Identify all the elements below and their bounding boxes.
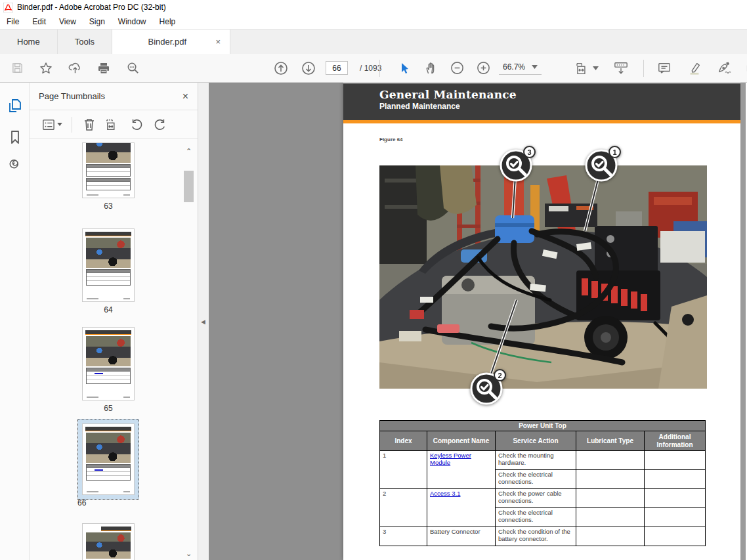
figure-label: Figure 64 bbox=[379, 137, 403, 142]
thumbnail-image[interactable] bbox=[83, 229, 134, 301]
print-icon[interactable] bbox=[93, 58, 114, 79]
cell-lubricant-type bbox=[576, 508, 645, 527]
thumbnail-page-number: 63 bbox=[83, 202, 134, 211]
cell-index: 3 bbox=[380, 527, 427, 546]
rotate-counterclockwise-icon[interactable] bbox=[126, 114, 147, 135]
thumbnail-image[interactable] bbox=[83, 143, 134, 198]
chevron-down-icon bbox=[57, 123, 62, 126]
panel-scrollbar[interactable]: ⌃ ⌄ bbox=[183, 142, 194, 560]
page-thumbnails-icon[interactable] bbox=[7, 97, 24, 114]
table-row: 1Keyless Power ModuleCheck the mounting … bbox=[380, 451, 706, 470]
cloud-upload-icon[interactable] bbox=[64, 58, 85, 79]
fit-width-dropdown-icon[interactable] bbox=[572, 58, 601, 79]
cell-lubricant-type bbox=[576, 527, 645, 546]
thumbnail-image[interactable] bbox=[83, 524, 134, 560]
callout-number-badge: 1 bbox=[608, 146, 621, 158]
zoom-out-icon[interactable] bbox=[446, 58, 467, 79]
menu-bar: File Edit View Sign Window Help bbox=[0, 14, 747, 29]
acrobat-window: Binder.pdf - Adobe Acrobat Pro DC (32-bi… bbox=[0, 0, 747, 560]
cell-index: 2 bbox=[380, 489, 427, 527]
menu-edit[interactable]: Edit bbox=[26, 15, 53, 28]
table-column-header: Index bbox=[380, 431, 427, 451]
tab-home[interactable]: Home bbox=[0, 30, 58, 54]
search-icon[interactable] bbox=[122, 58, 143, 79]
cell-lubricant-type bbox=[576, 470, 645, 489]
next-page-icon[interactable] bbox=[298, 58, 319, 79]
pdf-page: General Maintenance Planned Maintenance … bbox=[343, 83, 740, 560]
toolbar-separator bbox=[379, 60, 380, 77]
component-link[interactable]: Access 3.1 bbox=[430, 490, 460, 497]
cell-index: 1 bbox=[380, 451, 427, 489]
insert-pages-icon[interactable] bbox=[102, 114, 123, 135]
page-number-input[interactable] bbox=[326, 61, 348, 75]
rotate-clockwise-icon[interactable] bbox=[150, 114, 171, 135]
select-tool-icon[interactable] bbox=[394, 58, 415, 79]
tab-close-icon[interactable]: × bbox=[214, 37, 222, 47]
thumbnail-page-63[interactable]: 63 bbox=[83, 143, 134, 198]
panel-title: Page Thumbnails bbox=[39, 91, 182, 101]
document-area: General Maintenance Planned Maintenance … bbox=[209, 83, 747, 560]
menu-view[interactable]: View bbox=[53, 15, 83, 28]
menu-window[interactable]: Window bbox=[112, 15, 153, 28]
component-link[interactable]: Keyless Power Module bbox=[430, 452, 471, 466]
table-title: Power Unit Top bbox=[380, 421, 706, 431]
maintenance-table-body: Power Unit TopIndexComponent NameService… bbox=[380, 421, 706, 546]
panel-toolbar bbox=[30, 110, 198, 139]
cell-additional-information bbox=[645, 451, 706, 470]
cell-service-action: Check the mounting hardware. bbox=[496, 451, 576, 470]
page-count-label: / 1093 bbox=[360, 64, 381, 73]
thumbnail-image[interactable] bbox=[83, 328, 134, 400]
share-icon[interactable] bbox=[744, 58, 747, 79]
cell-component-name: Battery Connector bbox=[427, 527, 496, 546]
tab-tools[interactable]: Tools bbox=[58, 30, 112, 54]
menu-file[interactable]: File bbox=[0, 15, 26, 28]
thumbnail-list: 63646566 bbox=[30, 139, 198, 560]
acrobat-logo-icon bbox=[3, 3, 13, 12]
main-area: Page Thumbnails × bbox=[0, 83, 747, 560]
callout-number-badge: 3 bbox=[523, 146, 536, 158]
attachments-icon[interactable] bbox=[7, 158, 24, 175]
save-icon[interactable] bbox=[7, 58, 28, 79]
thumbnail-image[interactable] bbox=[83, 424, 134, 494]
document-scrollbar[interactable] bbox=[740, 83, 747, 560]
hand-tool-icon[interactable] bbox=[420, 58, 441, 79]
collapse-panel-icon[interactable]: ◄ bbox=[200, 318, 207, 326]
tab-document-label: Binder.pdf bbox=[120, 37, 214, 47]
document-scrollbar-thumb[interactable] bbox=[740, 83, 746, 560]
previous-page-icon[interactable] bbox=[270, 58, 291, 79]
callout-magnifier-3: 3 bbox=[499, 148, 533, 183]
cell-additional-information bbox=[645, 508, 706, 527]
menu-help[interactable]: Help bbox=[153, 15, 182, 28]
scroll-down-icon[interactable]: ⌄ bbox=[183, 548, 194, 559]
page-title: General Maintenance bbox=[379, 88, 740, 101]
thumbnail-page-number: 64 bbox=[83, 305, 134, 314]
delete-pages-icon[interactable] bbox=[79, 114, 100, 135]
table-column-header: Component Name bbox=[427, 431, 496, 451]
thumbnail-page-partial[interactable] bbox=[83, 524, 134, 560]
figure-photo bbox=[379, 165, 707, 389]
bookmarks-icon[interactable] bbox=[7, 129, 24, 146]
cell-additional-information bbox=[645, 470, 706, 489]
menu-sign[interactable]: Sign bbox=[83, 15, 112, 28]
page-scrolling-icon[interactable] bbox=[610, 58, 631, 79]
cell-service-action: Check the condition of the battery conne… bbox=[496, 527, 576, 546]
panel-scrollbar-thumb[interactable] bbox=[184, 171, 194, 202]
thumbnail-page-64[interactable]: 64 bbox=[83, 229, 134, 301]
scroll-up-icon[interactable]: ⌃ bbox=[183, 146, 194, 156]
zoom-level-value: 66.7% bbox=[503, 62, 525, 72]
panel-splitter[interactable]: ◄ bbox=[198, 83, 209, 560]
zoom-level-dropdown[interactable]: 66.7% bbox=[499, 61, 542, 75]
panel-close-icon[interactable]: × bbox=[182, 91, 188, 102]
zoom-in-icon[interactable] bbox=[473, 58, 494, 79]
cell-lubricant-type bbox=[576, 489, 645, 508]
thumbnail-options-icon[interactable] bbox=[39, 114, 65, 135]
tab-document[interactable]: Binder.pdf × bbox=[112, 30, 230, 54]
fill-sign-pen-icon[interactable] bbox=[714, 58, 735, 79]
thumbnail-page-65[interactable]: 65 bbox=[83, 328, 134, 400]
highlighter-icon[interactable] bbox=[684, 58, 705, 79]
comment-icon[interactable] bbox=[654, 58, 675, 79]
table-row: 3Battery ConnectorCheck the condition of… bbox=[380, 527, 706, 546]
page-header-band: General Maintenance Planned Maintenance bbox=[343, 83, 740, 120]
star-icon[interactable] bbox=[35, 58, 56, 79]
window-title: Binder.pdf - Adobe Acrobat Pro DC (32-bi… bbox=[17, 3, 166, 12]
